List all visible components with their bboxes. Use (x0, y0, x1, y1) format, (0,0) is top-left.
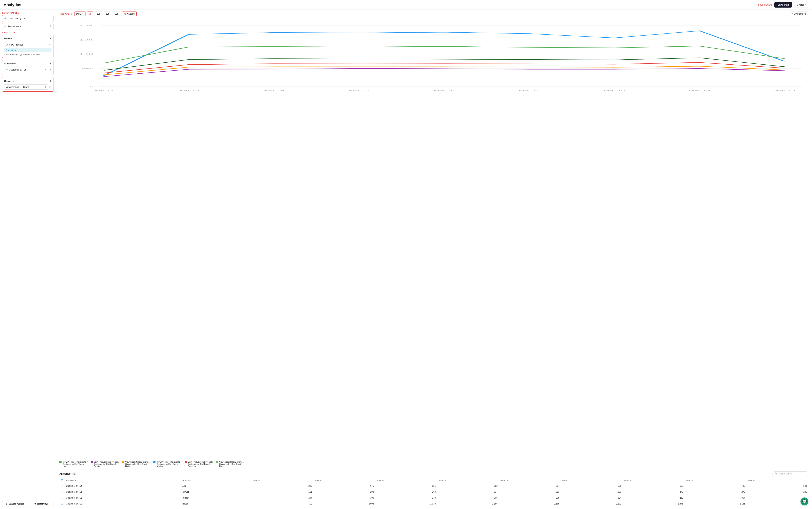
legend-dot-nike (216, 461, 218, 463)
metric-icon: ⊙ (6, 43, 8, 46)
svg-text:2.2K: 2.2K (79, 25, 94, 27)
val-hudson-20: 210 (746, 495, 808, 501)
legend-item-rayban: View Product [Total events] / Customer b… (91, 461, 120, 467)
filter-icon: ≡ (4, 54, 5, 56)
add-group-button[interactable]: + (49, 79, 52, 83)
sidebar-footer: ⚙ Manage metrics ↺ Reset view (2, 499, 54, 507)
val-hudson-12: 104 (251, 495, 313, 501)
group-by-title: Group by (4, 80, 14, 82)
manage-metrics-button[interactable]: ⚙ Manage metrics (2, 501, 27, 507)
charts-button[interactable]: Charts ‹ (794, 2, 808, 8)
legend-text-nike: View Product [Total events] / Customer b… (219, 461, 245, 467)
time-bar-left: Time Window Daily ⇅ 7d 30d 60d 90d 📅 Cus… (59, 11, 137, 16)
filter-events-item[interactable]: ≡ Filter events (4, 54, 18, 56)
th-mar20: MAR 20 (746, 478, 808, 483)
calendar-icon: 📅 (124, 12, 127, 15)
th-mar18: MAR 18 (623, 478, 685, 483)
legend-item-converse: View Product [Total events] / Customer b… (184, 461, 213, 467)
add-audience-button[interactable]: + (49, 62, 52, 66)
row-checkbox-hudson[interactable]: ☑ (61, 497, 63, 499)
val-hudson-14: 278 (375, 495, 437, 501)
performance-select[interactable]: ⊹ Performance ⇅ (2, 23, 54, 29)
sidebar: Parent Model ✳ Customer by IDs ⇅ ⊹ Perfo… (0, 10, 56, 509)
row-checkbox-lulu[interactable]: ☑ (61, 484, 63, 487)
val-rayban-12: 111 (251, 489, 313, 495)
audience-select[interactable]: ✳ Customer by IDs ⇅ (4, 67, 48, 72)
chevron-left-icon: ‹ (805, 3, 806, 6)
svg-text:0: 0 (90, 86, 93, 88)
val-lulu-20: 504 (746, 483, 808, 489)
customer-by-ids-select[interactable]: ✳ Customer by IDs ⇅ (2, 15, 54, 22)
clock-icon: ◷ (20, 54, 22, 56)
chart-svg: 2.2K 1.7K 1.1K 550 0 Mar 12 Mar 13 Mar 1… (59, 20, 808, 96)
svg-text:Mar 15: Mar 15 (348, 90, 370, 92)
time-bar: Time Window Daily ⇅ 7d 30d 60d 90d 📅 Cus… (56, 10, 812, 18)
star-button[interactable]: ☆ (49, 43, 52, 46)
val-adidas-14: 2,030 (375, 501, 437, 507)
frequency-select[interactable]: Daily ⇅ (74, 11, 86, 16)
val-hudson-13: 305 (313, 495, 375, 501)
remove-group-button[interactable]: ✕ (49, 85, 52, 89)
metrics-section: Metrics + ⊙ View Product ⇅ ☆ Count total… (2, 35, 54, 58)
val-rayban-17: 233 (561, 489, 623, 495)
val-rayban-14: 260 (375, 489, 437, 495)
chat-bubble-button[interactable]: 💬 (801, 498, 808, 505)
row-checkbox-adidas[interactable]: ☑ (61, 502, 63, 505)
brand-hudson: Hudson (180, 495, 251, 501)
all-series-label: All series (59, 472, 71, 475)
val-adidas-15: 2,186 (437, 501, 499, 507)
th-mar15: MAR 15 (437, 478, 499, 483)
7d-button[interactable]: 7d (87, 11, 93, 16)
val-lulu-17: 686 (561, 483, 623, 489)
custom-button[interactable]: 📅 Custom (122, 11, 137, 16)
legend-text-hudson: View Product [Total events] / Customer b… (125, 461, 151, 467)
val-hudson-16: 308 (499, 495, 561, 501)
select-all-checkbox[interactable]: ☑ (61, 479, 63, 482)
table-header-row: All series 6 🔍 Search series... (59, 471, 808, 476)
chart-container: 2.2K 1.7K 1.1K 550 0 Mar 12 Mar 13 Mar 1… (56, 18, 812, 460)
th-brand: BRAND 6 (180, 478, 251, 483)
val-adidas-13: 2,003 (313, 501, 375, 507)
series-count-badge: 6 (72, 473, 76, 475)
external-link-button[interactable]: ↗ (49, 68, 52, 71)
val-lulu-13: 675 (313, 483, 375, 489)
over-time-select[interactable]: ≡ Over time ⇅ (789, 11, 808, 16)
search-series-box[interactable]: 🔍 Search series... (772, 471, 808, 476)
main-layout: Parent Model ✳ Customer by IDs ⇅ ⊹ Perfo… (0, 10, 812, 509)
legend-item-nike: View Product [Total events] / Customer b… (216, 461, 245, 467)
30d-button[interactable]: 30d (95, 11, 102, 16)
gear-icon: ⚙ (5, 503, 7, 505)
th-checkbox: ☑ (59, 478, 65, 483)
svg-text:1.1K: 1.1K (79, 53, 94, 55)
table-row: ☑ Customer by IDs RayBan 111 293 260 314… (59, 489, 808, 495)
saved-charts-link[interactable]: Saved Charts (758, 3, 772, 6)
group-by-select[interactable]: View Product → Brand ⇅ (4, 84, 48, 90)
th-mar12: MAR 12 (251, 478, 313, 483)
val-adidas-19: 2,185 (685, 501, 746, 507)
save-chart-button[interactable]: Save chart (774, 2, 792, 7)
content-area: Time Window Daily ⇅ 7d 30d 60d 90d 📅 Cus… (56, 10, 812, 509)
val-lulu-14: 651 (375, 483, 437, 489)
60d-button[interactable]: 60d (104, 11, 111, 16)
reset-icon: ↺ (34, 503, 36, 505)
add-metric-button[interactable]: + (49, 37, 52, 40)
val-adidas-12: 710 (251, 501, 313, 507)
metrics-header: Metrics + (4, 37, 52, 40)
legend-dot-adidas (153, 461, 156, 463)
reset-view-button[interactable]: ↺ Reset view (29, 501, 54, 507)
val-lulu-15: 653 (437, 483, 499, 489)
time-window-label: Time Window (59, 13, 72, 15)
customer-by-ids-label: Customer by IDs (8, 17, 25, 20)
attribution-window-item[interactable]: ◷ Attribution window (20, 54, 40, 56)
chart-type-label: Chart Type (2, 32, 54, 34)
view-product-select[interactable]: ⊙ View Product ⇅ (4, 42, 48, 47)
count-total-badge[interactable]: Count total (4, 48, 52, 53)
row-checkbox-rayban[interactable]: ☑ (61, 490, 63, 494)
90d-button[interactable]: 90d (113, 11, 121, 16)
group-by-header: Group by + (4, 79, 52, 83)
audience-row: ✳ Customer by IDs ⇅ ↗ (4, 67, 52, 72)
val-hudson-18: 269 (623, 495, 685, 501)
app-title: Analytics (4, 2, 21, 7)
frequency-value: Daily (76, 12, 81, 15)
legend-dot-lulu (59, 461, 62, 463)
